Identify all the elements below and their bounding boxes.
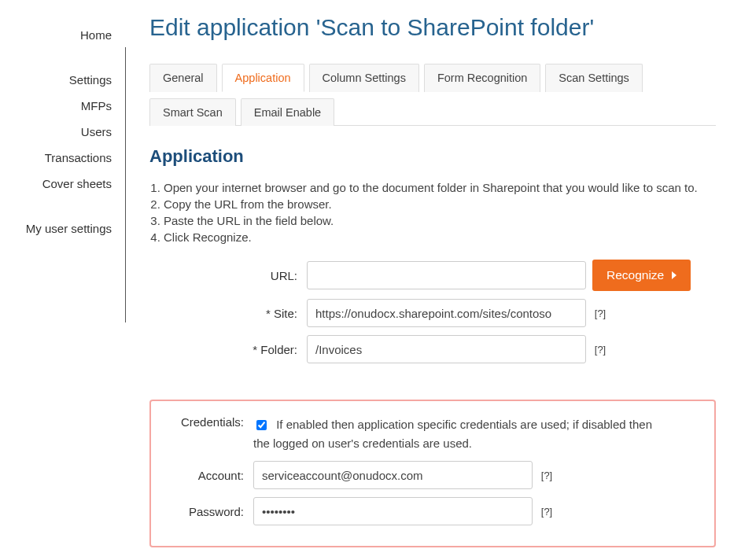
credentials-checkbox[interactable] (256, 420, 267, 430)
credentials-label: Credentials: (151, 415, 253, 429)
section-title: Application (149, 146, 716, 167)
tab-smart-scan[interactable]: Smart Scan (149, 98, 236, 126)
account-label: Account: (151, 469, 253, 482)
nav-transactions[interactable]: Transactions (0, 145, 126, 171)
folder-label: * Folder: (149, 343, 307, 356)
tab-column-settings[interactable]: Column Settings (309, 64, 419, 92)
password-label: Password: (151, 505, 253, 518)
folder-input[interactable] (307, 335, 586, 363)
site-input[interactable] (307, 299, 586, 327)
nav-mfps[interactable]: MFPs (0, 93, 126, 119)
nav-users[interactable]: Users (0, 119, 126, 145)
sidebar: Home Settings MFPs Users Transactions Co… (0, 0, 126, 560)
nav-home[interactable]: Home (0, 22, 126, 48)
recognize-button[interactable]: Recognize (592, 260, 691, 291)
nav-cover-sheets[interactable]: Cover sheets (0, 171, 126, 197)
password-input[interactable] (253, 497, 533, 525)
step-2: Copy the URL from the browser. (164, 197, 716, 211)
help-icon[interactable]: [?] (539, 506, 555, 518)
tab-application[interactable]: Application (222, 64, 304, 92)
tab-form-recognition[interactable]: Form Recognition (424, 64, 540, 92)
recognize-button-label: Recognize (606, 268, 664, 282)
tab-bar: General Application Column Settings Form… (149, 63, 716, 126)
url-label: URL: (149, 269, 307, 282)
tab-general[interactable]: General (149, 64, 217, 92)
arrow-right-icon (672, 271, 677, 279)
step-4: Click Recognize. (164, 230, 716, 244)
main-content: Edit application 'Scan to SharePoint fol… (126, 0, 730, 560)
nav-my-user-settings[interactable]: My user settings (0, 216, 126, 241)
account-input[interactable] (253, 461, 533, 489)
credentials-description: If enabled then application specific cre… (253, 418, 652, 450)
instruction-list: Open your internet browser and go to the… (149, 181, 716, 244)
help-icon[interactable]: [?] (592, 308, 608, 319)
step-1: Open your internet browser and go to the… (164, 181, 716, 194)
nav-settings[interactable]: Settings (0, 67, 126, 93)
page-title: Edit application 'Scan to SharePoint fol… (149, 14, 716, 41)
url-input[interactable] (307, 261, 586, 289)
help-icon[interactable]: [?] (592, 344, 608, 356)
step-3: Paste the URL in the field below. (164, 214, 716, 227)
credentials-box: Credentials: If enabled then application… (149, 400, 716, 547)
tab-scan-settings[interactable]: Scan Settings (545, 64, 642, 92)
site-label: * Site: (149, 307, 307, 320)
tab-email-enable[interactable]: Email Enable (241, 98, 334, 126)
help-icon[interactable]: [?] (539, 470, 555, 481)
